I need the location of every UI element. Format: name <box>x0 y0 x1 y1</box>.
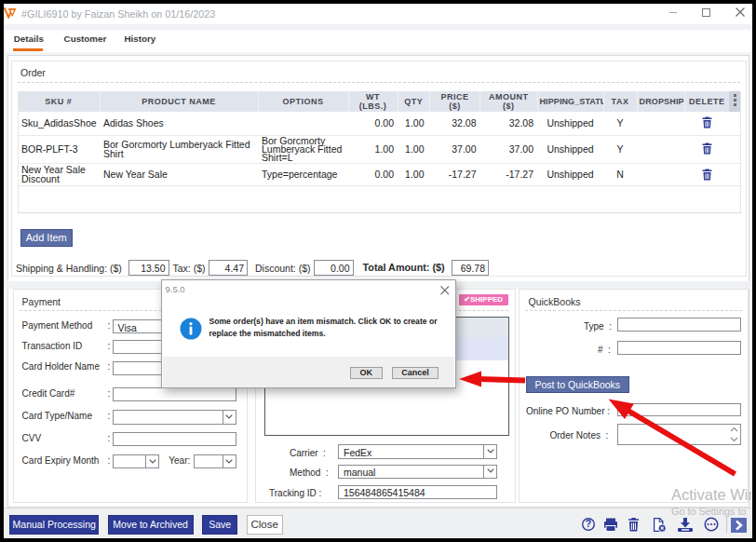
svg-text:?: ? <box>586 518 591 529</box>
